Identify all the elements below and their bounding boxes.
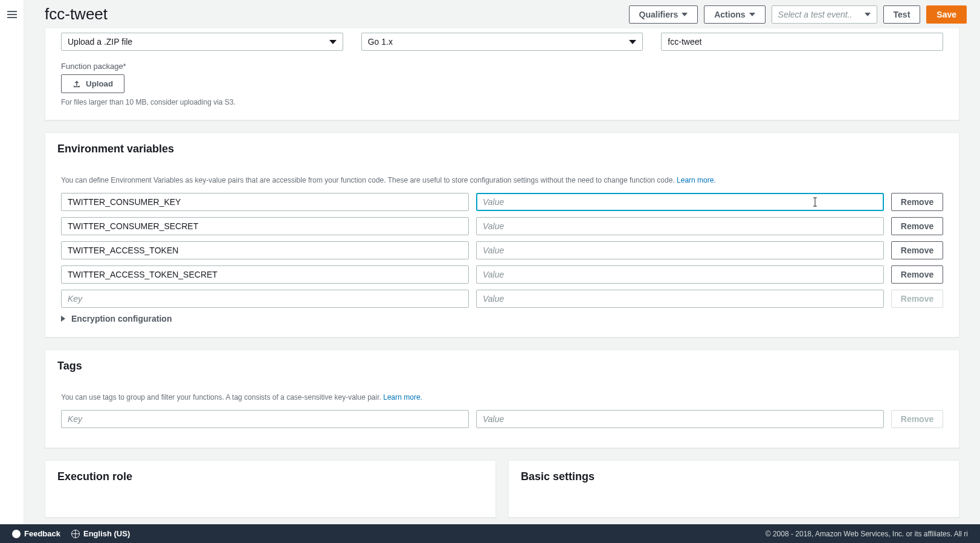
chevron-right-icon [61,316,65,322]
feedback-link[interactable]: Feedback [12,529,60,538]
execution-role-title: Execution role [57,470,483,483]
upload-helper-text: For files larger than 10 MB, consider up… [61,98,943,106]
env-key-input[interactable] [61,193,469,211]
encryption-config-expander[interactable]: Encryption configuration [61,314,943,324]
runtime-value: Go 1.x [368,37,393,47]
env-row: Remove [61,217,943,235]
env-value-input-empty[interactable] [476,290,884,308]
tag-key-input[interactable] [61,410,469,428]
upload-button[interactable]: Upload [61,74,124,93]
env-remove-button[interactable]: Remove [891,193,943,211]
env-value-input[interactable] [476,241,884,259]
execution-role-panel: Execution role [45,460,496,518]
test-event-select[interactable]: Select a test event.. [772,5,877,24]
tags-title: Tags [57,360,947,372]
handler-input[interactable] [661,33,943,51]
speech-bubble-icon [12,530,21,538]
env-description: You can define Environment Variables as … [61,176,943,184]
chevron-down-icon [749,13,755,16]
function-package-label: Function package* [61,62,943,71]
upload-icon [73,80,81,88]
env-remove-button-disabled: Remove [891,290,943,308]
basic-settings-title: Basic settings [521,470,947,483]
footer-copyright: © 2008 - 2018, Amazon Web Services, Inc.… [766,530,968,538]
function-code-panel: Upload a .ZIP file Go 1.x [45,28,959,120]
env-key-input[interactable] [61,217,469,235]
chevron-down-icon [329,40,337,44]
tag-value-input[interactable] [476,410,884,428]
env-key-input[interactable] [61,265,469,284]
env-value-input[interactable] [476,217,884,235]
env-key-input-empty[interactable] [61,290,469,308]
qualifiers-label: Qualifiers [639,10,679,19]
side-nav-toggle[interactable] [0,0,24,543]
tags-panel: Tags You can use tags to group and filte… [45,350,959,448]
code-entry-type-select[interactable]: Upload a .ZIP file [61,33,343,51]
actions-button[interactable]: Actions [704,5,765,24]
page-header: fcc-tweet Qualifiers Actions Select a te… [24,0,980,28]
tag-row-empty: Remove [61,410,943,428]
text-cursor-icon [813,197,817,207]
env-row-empty: Remove [61,290,943,308]
language-select[interactable]: English (US) [71,529,130,538]
chevron-down-icon [865,13,871,16]
env-remove-button[interactable]: Remove [891,241,943,259]
save-button[interactable]: Save [926,5,967,24]
globe-icon [71,530,80,538]
env-remove-button[interactable]: Remove [891,217,943,235]
footer: Feedback English (US) © 2008 - 2018, Ama… [0,524,980,543]
env-learn-more-link[interactable]: Learn more. [677,176,716,184]
env-value-input[interactable] [476,265,884,284]
env-title: Environment variables [57,143,947,155]
hamburger-icon [7,11,17,18]
tag-remove-button-disabled: Remove [891,410,943,428]
qualifiers-button[interactable]: Qualifiers [629,5,698,24]
tags-description: You can use tags to group and filter you… [61,393,943,402]
upload-label: Upload [86,79,113,88]
test-button[interactable]: Test [883,5,921,24]
env-key-input[interactable] [61,241,469,259]
basic-settings-panel: Basic settings [508,460,959,518]
actions-label: Actions [714,10,745,19]
chevron-down-icon [629,40,636,44]
code-entry-type-value: Upload a .ZIP file [68,37,132,47]
env-row: Remove [61,241,943,259]
chevron-down-icon [682,13,688,16]
test-event-placeholder: Select a test event.. [778,10,853,19]
encryption-config-label: Encryption configuration [71,314,172,324]
page-title: fcc-tweet [45,5,623,24]
env-value-input[interactable] [476,193,884,211]
tags-learn-more-link[interactable]: Learn more. [383,393,422,402]
env-row: Remove [61,193,943,211]
env-remove-button[interactable]: Remove [891,265,943,284]
runtime-select[interactable]: Go 1.x [361,33,643,51]
environment-variables-panel: Environment variables You can define Env… [45,132,959,337]
env-row: Remove [61,265,943,284]
